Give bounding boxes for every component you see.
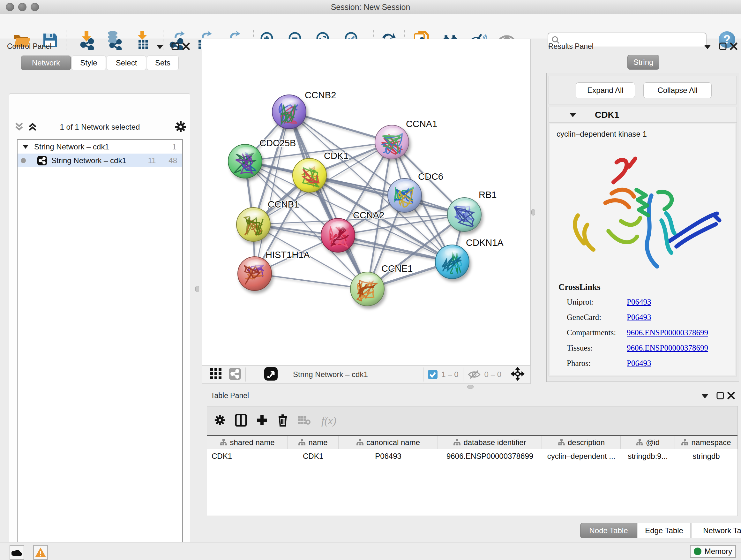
table-cell[interactable]: stringdb:9...	[621, 449, 675, 463]
collapse-all-button[interactable]: Collapse All	[643, 82, 712, 98]
crosslink-label: Uniprot:	[567, 298, 594, 307]
node-table-container: f(x) shared namenamecanonical namedataba…	[207, 406, 738, 516]
crosslink-value[interactable]: P06493	[627, 298, 651, 307]
float-panel-icon[interactable]	[718, 41, 728, 52]
network-node-cdk1[interactable]	[293, 159, 327, 192]
birds-eye-view-icon[interactable]	[210, 368, 222, 381]
collection-expanded-icon[interactable]	[23, 145, 28, 149]
crosslink-value[interactable]: 9606.ENSP00000378699	[627, 344, 708, 353]
float-panel-icon[interactable]	[715, 390, 726, 401]
tab-network-table[interactable]: Network Table	[691, 523, 741, 538]
table-cell[interactable]: CDK1	[207, 449, 287, 463]
network-node-ccna2[interactable]	[321, 219, 355, 252]
table-cell[interactable]: 9606.ENSP00000378699	[438, 449, 542, 463]
network-node-hist1h1a[interactable]	[238, 257, 272, 291]
network-canvas[interactable]: CCNB2CCNA1CDC25BCDK1CDC6RB1CCNB1CCNA2CDK…	[202, 39, 531, 365]
memory-button[interactable]: Memory	[690, 545, 736, 558]
gene-card-header[interactable]: CDK1	[549, 107, 737, 123]
network-row[interactable]: String Network – cdk1 11 48	[17, 153, 182, 167]
network-node-count: 11	[148, 156, 156, 165]
network-current-dot	[21, 158, 26, 163]
close-panel-icon[interactable]	[726, 390, 737, 401]
separator	[423, 368, 423, 381]
network-list-panel: 1 of 1 Network selected String Network –…	[9, 94, 190, 552]
close-panel-icon[interactable]	[728, 41, 739, 52]
show-columns-icon[interactable]	[235, 414, 247, 428]
node-label-ccna2: CCNA2	[353, 210, 384, 220]
gene-description: cyclin–dependent kinase 1	[556, 130, 647, 138]
table-cell[interactable]: cyclin–dependent ...	[542, 449, 621, 463]
tab-style[interactable]: Style	[71, 56, 106, 70]
string-style-icon[interactable]	[229, 368, 241, 381]
string-results-container: Expand All Collapse All CDK1 cyclin–depe…	[546, 73, 739, 382]
column-header-description[interactable]: description	[542, 436, 621, 449]
selected-count: 1 – 0	[441, 370, 458, 379]
cloud-icon	[11, 548, 22, 557]
network-node-cdc25b[interactable]	[228, 144, 262, 178]
delete-column-icon[interactable]	[277, 414, 288, 428]
expand-all-button[interactable]: Expand All	[576, 82, 635, 98]
results-panel: Results Panel String Expand All Collapse…	[542, 42, 741, 384]
crosslink-value[interactable]: P06493	[627, 359, 651, 368]
attribute-tree-icon	[557, 439, 565, 446]
crosslink-label: GeneCard:	[567, 313, 601, 322]
left-splitter-handle[interactable]	[195, 286, 199, 292]
delete-table-icon	[298, 415, 311, 427]
tab-sets[interactable]: Sets	[147, 56, 179, 70]
collection-count: 1	[172, 142, 177, 151]
warnings-button[interactable]	[33, 545, 48, 560]
selected-checkbox-icon[interactable]	[428, 370, 437, 379]
gene-name: CDK1	[595, 110, 619, 120]
float-menu-icon[interactable]	[702, 42, 713, 52]
memory-status-dot	[694, 548, 701, 555]
tab-edge-table[interactable]: Edge Table	[637, 523, 690, 538]
column-header-databaseidentifier[interactable]: database identifier	[438, 436, 542, 449]
tab-select[interactable]: Select	[107, 56, 146, 70]
column-header-id[interactable]: @id	[621, 436, 675, 449]
string-network-icon	[37, 156, 47, 165]
table-header-row: shared namenamecanonical namedatabase id…	[207, 435, 738, 449]
float-menu-icon[interactable]	[699, 391, 711, 401]
collapse-gene-icon[interactable]	[569, 113, 576, 117]
table-cell[interactable]: P06493	[339, 449, 438, 463]
tab-network[interactable]: Network	[21, 56, 71, 70]
network-selected-status: 1 of 1 Network selected	[9, 123, 191, 132]
right-splitter-handle[interactable]	[531, 209, 535, 215]
table-cell[interactable]: stringdb	[675, 449, 738, 463]
tab-node-table[interactable]: Node Table	[580, 523, 637, 538]
main-toolbar: ?	[0, 14, 741, 39]
table-row[interactable]: CDK1CDK1P064939606.ENSP00000378699cyclin…	[207, 449, 738, 463]
column-header-name[interactable]: name	[287, 436, 339, 449]
float-panel-icon[interactable]	[170, 41, 181, 52]
network-options-gear-icon[interactable]	[175, 121, 187, 134]
network-node-ccnb1[interactable]	[237, 207, 270, 241]
column-header-namespace[interactable]: namespace	[675, 436, 738, 449]
gene-card-body: cyclin–dependent kinase 1 CrossLinks Uni…	[550, 124, 735, 375]
tab-string-results[interactable]: String	[627, 55, 659, 70]
table-cell[interactable]: CDK1	[287, 449, 339, 463]
status-bar: Memory	[0, 542, 741, 560]
network-node-rb1[interactable]	[448, 198, 481, 232]
column-header-sharedname[interactable]: shared name	[207, 436, 287, 449]
open-in-window-icon[interactable]	[264, 367, 278, 382]
network-node-ccnb2[interactable]	[272, 95, 306, 129]
node-label-ccne1: CCNE1	[381, 263, 413, 273]
create-column-icon[interactable]	[256, 415, 268, 427]
attribute-tree-icon	[453, 439, 461, 446]
network-node-ccna1[interactable]	[375, 125, 409, 159]
crosslinks-heading: CrossLinks	[558, 282, 601, 292]
column-header-canonicalname[interactable]: canonical name	[339, 436, 438, 449]
table-options-gear-icon[interactable]	[214, 415, 226, 427]
crosslink-value[interactable]: P06493	[627, 313, 651, 322]
pan-mode-icon[interactable]	[511, 367, 525, 382]
crosslink-value[interactable]: 9606.ENSP00000378699	[627, 328, 708, 337]
network-node-cdkn1a[interactable]	[435, 245, 469, 279]
network-label: String Network – cdk1	[51, 156, 126, 165]
node-label-cdc25b: CDC25B	[259, 138, 296, 148]
network-collection-row[interactable]: String Network – cdk1 1	[17, 140, 182, 153]
network-node-cdc6[interactable]	[388, 179, 421, 212]
network-node-ccne1[interactable]	[350, 272, 384, 306]
float-menu-icon[interactable]	[154, 42, 165, 52]
cloud-status-button[interactable]	[10, 545, 24, 560]
close-panel-icon[interactable]	[181, 41, 192, 52]
